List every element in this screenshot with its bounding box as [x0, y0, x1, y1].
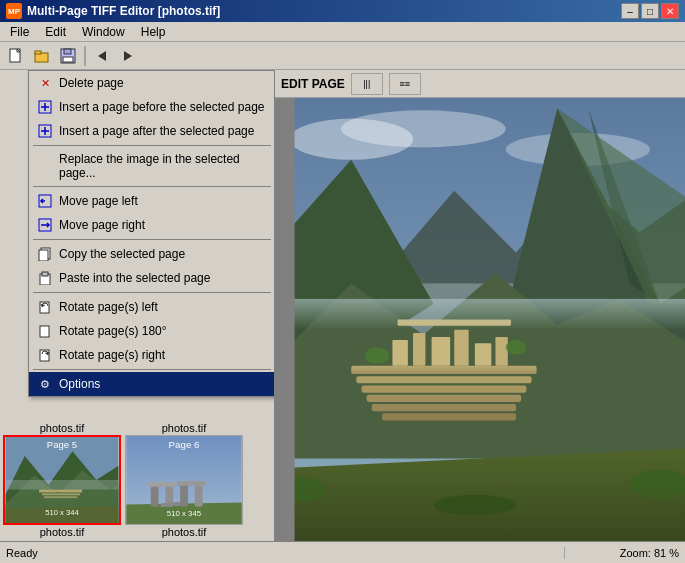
menu-bar: File Edit Window Help — [0, 22, 685, 42]
move-left-icon — [37, 193, 53, 209]
rotate-180-icon — [37, 323, 53, 339]
thumb5-file-bottom: photos.tif — [2, 525, 122, 539]
next-button[interactable] — [116, 45, 140, 67]
svg-rect-59 — [351, 366, 536, 374]
svg-rect-78 — [275, 299, 685, 330]
close-button[interactable]: ✕ — [661, 3, 679, 19]
thumb6-file-bottom: photos.tif — [124, 525, 244, 539]
rotate-left-icon — [37, 299, 53, 315]
status-bar: Ready Zoom: 81 % — [0, 541, 685, 563]
thumb6-file-top: photos.tif — [124, 421, 244, 435]
svg-rect-31 — [6, 480, 119, 490]
prev-button[interactable] — [90, 45, 114, 67]
status-text: Ready — [0, 547, 565, 559]
svg-rect-34 — [44, 496, 77, 498]
menu-rotate-left[interactable]: Rotate page(s) left — [29, 295, 275, 319]
menu-insert-after[interactable]: Insert a page after the selected page — [29, 119, 275, 143]
copy-icon — [37, 246, 53, 262]
edit-page-btn2[interactable]: ≡≡ — [389, 73, 421, 95]
save-button[interactable] — [56, 45, 80, 67]
edit-page-toolbar: EDIT PAGE ||| ≡≡ — [275, 70, 685, 98]
sep-4 — [33, 292, 271, 293]
thumb6-box[interactable]: Page 6 510 x 345 — [125, 435, 243, 525]
menu-paste-page[interactable]: Paste into the selected page — [29, 266, 275, 290]
menu-help[interactable]: Help — [133, 23, 174, 41]
thumb5-file-top: photos.tif — [2, 421, 122, 435]
menu-rotate-right[interactable]: Rotate page(s) right — [29, 343, 275, 367]
menu-edit[interactable]: Edit — [37, 23, 74, 41]
svg-rect-43 — [148, 482, 176, 487]
svg-rect-33 — [42, 493, 80, 495]
menu-options[interactable]: ⚙ Options — [29, 372, 275, 396]
minimize-button[interactable]: – — [621, 3, 639, 19]
svg-rect-4 — [35, 51, 41, 54]
main-image-area — [275, 98, 685, 541]
options-icon: ⚙ — [37, 376, 53, 392]
left-panel: ✕ Delete page Insert a page before the s… — [0, 70, 275, 541]
right-panel: EDIT PAGE ||| ≡≡ — [275, 70, 685, 541]
svg-marker-9 — [124, 51, 132, 61]
svg-rect-68 — [454, 330, 468, 366]
maximize-button[interactable]: □ — [641, 3, 659, 19]
toolbar — [0, 42, 685, 70]
sep-5 — [33, 369, 271, 370]
thumbnail-row: photos.tif — [2, 421, 272, 539]
menu-move-right[interactable]: Move page right — [29, 213, 275, 237]
svg-rect-42 — [195, 486, 203, 507]
menu-window[interactable]: Window — [74, 23, 133, 41]
new-button[interactable] — [4, 45, 28, 67]
svg-marker-8 — [98, 51, 106, 61]
open-button[interactable] — [30, 45, 54, 67]
sep-3 — [33, 239, 271, 240]
delete-icon: ✕ — [37, 75, 53, 91]
edit-dropdown-menu: ✕ Delete page Insert a page before the s… — [28, 70, 275, 397]
menu-delete-page[interactable]: ✕ Delete page — [29, 71, 275, 95]
menu-rotate-180[interactable]: Rotate page(s) 180° — [29, 319, 275, 343]
svg-rect-70 — [495, 337, 507, 366]
sep-2 — [33, 186, 271, 187]
svg-rect-61 — [362, 385, 527, 392]
svg-rect-7 — [63, 57, 73, 62]
menu-copy-page[interactable]: Copy the selected page — [29, 242, 275, 266]
replace-icon — [37, 158, 53, 174]
svg-text:510 x 344: 510 x 344 — [45, 508, 79, 517]
svg-text:510 x 345: 510 x 345 — [167, 509, 202, 518]
svg-rect-65 — [392, 340, 407, 366]
svg-rect-79 — [275, 98, 295, 541]
edit-page-btn1[interactable]: ||| — [351, 73, 383, 95]
svg-rect-44 — [177, 481, 205, 486]
menu-move-left[interactable]: Move page left — [29, 189, 275, 213]
zoom-level: Zoom: 81 % — [565, 547, 685, 559]
svg-point-73 — [506, 340, 527, 354]
menu-insert-before[interactable]: Insert a page before the selected page — [29, 95, 275, 119]
svg-rect-41 — [180, 484, 188, 506]
svg-rect-69 — [475, 343, 491, 366]
svg-rect-21 — [39, 250, 48, 261]
svg-point-72 — [365, 347, 390, 363]
thumbnail-page6[interactable]: photos.tif — [124, 421, 244, 539]
svg-rect-39 — [151, 485, 159, 507]
svg-rect-64 — [382, 413, 516, 420]
svg-rect-67 — [432, 337, 451, 366]
thumbnail-strip: photos.tif — [0, 419, 274, 541]
svg-text:Page 5: Page 5 — [47, 439, 77, 450]
svg-rect-62 — [367, 395, 522, 402]
insert-before-icon — [37, 99, 53, 115]
paste-icon — [37, 270, 53, 286]
toolbar-sep-1 — [84, 46, 86, 66]
svg-rect-63 — [372, 404, 516, 411]
app-icon: MP — [6, 3, 22, 19]
menu-file[interactable]: File — [2, 23, 37, 41]
title-bar: MP Multi-Page TIFF Editor [photos.tif] –… — [0, 0, 685, 22]
window-title: Multi-Page TIFF Editor [photos.tif] — [27, 4, 220, 18]
main-content: ✕ Delete page Insert a page before the s… — [0, 70, 685, 541]
menu-replace-image[interactable]: Replace the image in the selected page..… — [29, 148, 275, 184]
insert-after-icon — [37, 123, 53, 139]
svg-point-77 — [434, 495, 516, 516]
svg-rect-25 — [40, 326, 49, 337]
thumb5-box[interactable]: Page 5 510 x 344 — [3, 435, 121, 525]
rotate-right-icon — [37, 347, 53, 363]
svg-rect-66 — [413, 333, 425, 366]
thumbnail-page5[interactable]: photos.tif — [2, 421, 122, 539]
svg-point-50 — [341, 110, 506, 147]
